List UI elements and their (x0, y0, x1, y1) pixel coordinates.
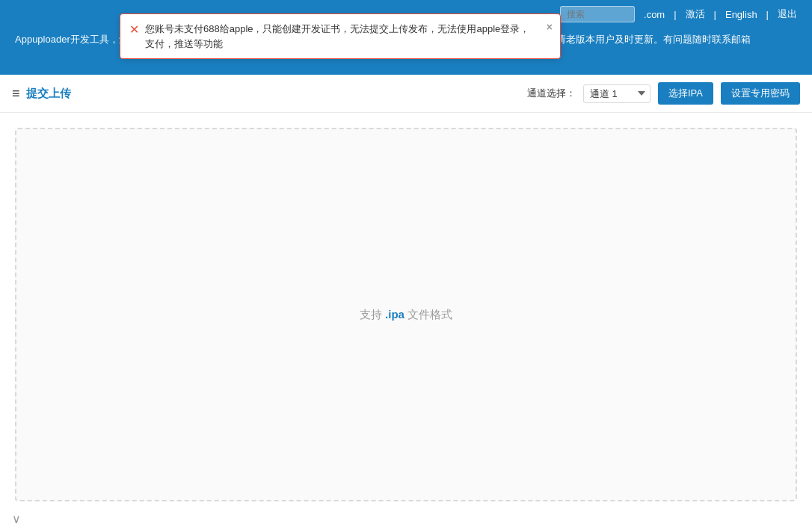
hint-prefix: 支持 (360, 308, 382, 321)
alert-close-button[interactable]: × (547, 22, 553, 32)
toolbar-right: 通道选择： 通道 1 选择IPA 设置专用密码 (527, 82, 800, 105)
alert-box: ✕ 您账号未支付688给apple，只能创建开发证书，无法提交上传发布，无法使用… (120, 13, 561, 59)
activate-link[interactable]: 激活 (686, 7, 705, 21)
channel-select[interactable]: 通道 1 (583, 84, 650, 103)
logout-link[interactable]: 退出 (778, 7, 797, 21)
nav-divider-3: | (766, 9, 769, 20)
domain-text: .com (644, 9, 665, 20)
alert-error-icon: ✕ (129, 22, 139, 37)
alert-message: 您账号未支付688给apple，只能创建开发证书，无法提交上传发布，无法使用ap… (145, 22, 533, 51)
upload-hint: 支持 .ipa 文件格式 (360, 308, 452, 322)
toolbar-left: ≡ 提交上传 (12, 86, 71, 102)
set-password-button[interactable]: 设置专用密码 (721, 82, 800, 105)
channel-label: 通道选择： (527, 87, 576, 100)
upload-dropzone[interactable]: 支持 .ipa 文件格式 (15, 128, 797, 501)
select-ipa-button[interactable]: 选择IPA (658, 82, 713, 105)
page-title: 提交上传 (26, 87, 71, 101)
hint-ext: .ipa (385, 308, 405, 321)
search-input[interactable] (560, 6, 635, 22)
main-content: ≡ 提交上传 通道选择： 通道 1 选择IPA 设置专用密码 支持 .ipa 文… (0, 75, 812, 532)
header: .com | 激活 | English | 退出 ✕ 您账号未支付688给app… (0, 0, 812, 75)
toolbar: ≡ 提交上传 通道选择： 通道 1 选择IPA 设置专用密码 (0, 75, 812, 113)
nav-divider-2: | (714, 9, 716, 20)
english-link[interactable]: English (725, 9, 757, 20)
hint-suffix: 文件格式 (407, 308, 452, 321)
menu-icon: ≡ (12, 86, 20, 102)
top-nav: .com | 激活 | English | 退出 (560, 6, 797, 22)
nav-divider-1: | (674, 9, 676, 20)
bottom-chevron[interactable]: ∨ (12, 512, 21, 526)
